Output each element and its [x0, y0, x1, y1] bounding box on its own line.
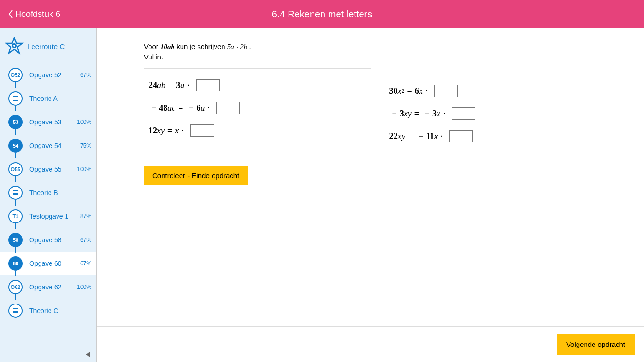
equation-row: −48ac = −6a· — [149, 102, 371, 114]
sidebar-scroll[interactable]: Leerroute C O52Opgave 5267%Theorie A53Op… — [0, 28, 96, 348]
star-icon — [5, 37, 24, 56]
sidebar-item[interactable]: 54Opgave 5475% — [0, 134, 96, 157]
sidebar-item-score: 100% — [77, 284, 91, 290]
item-badge: O55 — [8, 162, 23, 176]
equation-row: 22xy = −11x· — [389, 130, 611, 142]
sidebar-item-score: 87% — [80, 213, 91, 220]
sidebar-item-score: 100% — [77, 119, 91, 125]
answer-input[interactable] — [216, 102, 240, 114]
equation-row: 30x2 = 6x· — [389, 85, 611, 97]
sidebar: Leerroute C O52Opgave 5267%Theorie A53Op… — [0, 28, 97, 362]
item-badge: 53 — [8, 115, 23, 129]
sidebar-item-label: Opgave 55 — [29, 165, 77, 173]
next-button[interactable]: Volgende opdracht — [557, 334, 635, 355]
sidebar-item-label: Opgave 62 — [29, 283, 77, 291]
sidebar-item-score: 100% — [77, 166, 91, 173]
sidebar-collapse-button[interactable] — [83, 350, 92, 359]
item-badge: T1 — [8, 209, 23, 223]
equation-row: −3xy = −3x· — [389, 107, 611, 120]
footer: Volgende opdracht — [97, 326, 644, 362]
theory-icon — [8, 186, 23, 200]
sidebar-item-label: Opgave 58 — [29, 236, 80, 244]
equation-row: 12xy = x· — [149, 124, 371, 137]
sidebar-item[interactable]: Theorie B — [0, 181, 96, 205]
sidebar-item[interactable]: Theorie C — [0, 299, 96, 322]
sidebar-item[interactable]: 53Opgave 53100% — [0, 110, 96, 134]
sidebar-item-label: Opgave 60 — [29, 260, 80, 267]
sidebar-item[interactable]: O62Opgave 62100% — [0, 275, 96, 299]
route-header: Leerroute C — [0, 28, 96, 63]
theory-icon — [8, 304, 23, 318]
sidebar-item[interactable]: 58Opgave 5867% — [0, 228, 96, 252]
main-content: Voor 10ab kun je schrijven 5a · 2b . Vul… — [97, 28, 644, 362]
answer-input[interactable] — [196, 79, 220, 91]
answer-input[interactable] — [452, 107, 475, 120]
sidebar-item-label: Testopgave 1 — [29, 213, 80, 220]
answer-input[interactable] — [449, 130, 473, 142]
page-title: 6.4 Rekenen met letters — [0, 9, 644, 20]
check-button[interactable]: Controleer - Einde opdracht — [144, 166, 248, 185]
back-button[interactable]: Hoofdstuk 6 — [0, 9, 60, 19]
sidebar-item-label: Opgave 54 — [29, 142, 80, 149]
sidebar-item-label: Theorie C — [29, 307, 91, 314]
sidebar-item-label: Theorie A — [29, 95, 91, 102]
sidebar-item[interactable]: Theorie A — [0, 87, 96, 110]
sidebar-item[interactable]: T1Testopgave 187% — [0, 205, 96, 228]
equation-row: 24ab = 3a· — [149, 79, 371, 91]
content-scroll[interactable]: Voor 10ab kun je schrijven 5a · 2b . Vul… — [97, 28, 644, 326]
question-column-left: Voor 10ab kun je schrijven 5a · 2b . Vul… — [144, 38, 385, 190]
question-column-right: 30x2 = 6x·−3xy = −3x·22xy = −11x· — [385, 38, 626, 190]
sidebar-item-label: Opgave 53 — [29, 118, 77, 126]
answer-input[interactable] — [434, 85, 458, 97]
item-badge: O62 — [8, 280, 23, 294]
item-badge: 60 — [8, 256, 23, 271]
question-intro: Voor 10ab kun je schrijven 5a · 2b . Vul… — [144, 42, 371, 69]
sidebar-item-score: 67% — [80, 237, 91, 243]
sidebar-item-score: 67% — [80, 72, 91, 78]
theory-icon — [8, 91, 23, 106]
item-badge: O52 — [8, 68, 23, 82]
sidebar-item-label: Theorie B — [29, 189, 91, 197]
page-header: Hoofdstuk 6 6.4 Rekenen met letters — [0, 0, 644, 28]
route-label: Leerroute C — [27, 42, 65, 50]
answer-input[interactable] — [190, 124, 214, 137]
item-badge: 54 — [8, 139, 23, 153]
item-badge: 58 — [8, 233, 23, 247]
sidebar-item-score: 75% — [80, 142, 91, 149]
sidebar-item[interactable]: 60Opgave 6067% — [0, 252, 96, 275]
svg-point-1 — [13, 45, 15, 47]
sidebar-item[interactable]: O55Opgave 55100% — [0, 157, 96, 181]
back-label: Hoofdstuk 6 — [15, 9, 60, 19]
sidebar-item[interactable]: O52Opgave 5267% — [0, 63, 96, 87]
sidebar-item-label: Opgave 52 — [29, 71, 80, 79]
chevron-left-icon — [8, 10, 13, 18]
sidebar-item-score: 67% — [80, 260, 91, 267]
